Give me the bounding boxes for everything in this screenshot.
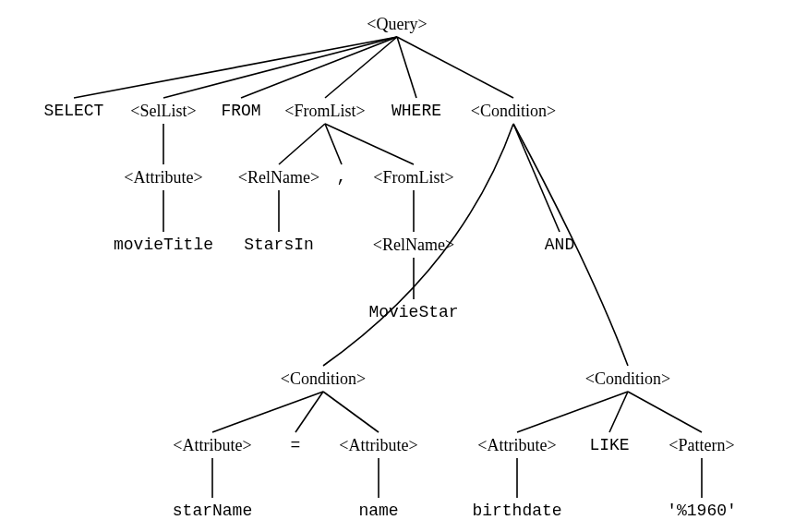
node-attr2: <Attribute>	[173, 436, 251, 455]
tree-edge	[279, 124, 325, 164]
tree-edge	[397, 37, 513, 98]
tree-edge	[513, 124, 560, 232]
node-pattern: <Pattern>	[669, 436, 734, 455]
node-like: LIKE	[589, 436, 629, 454]
node-fromlist1: <FromList>	[284, 102, 365, 121]
node-from: FROM	[221, 102, 260, 120]
node-attr4: <Attribute>	[477, 436, 556, 455]
node-patlit: '%1960'	[667, 502, 737, 520]
tree-edge	[517, 392, 628, 432]
tree-edge	[628, 392, 702, 432]
tree-edge	[325, 124, 414, 164]
node-condition2: <Condition>	[585, 369, 670, 389]
node-attr3: <Attribute>	[339, 436, 417, 455]
node-comma: ,	[337, 168, 347, 187]
node-where: WHERE	[391, 102, 441, 120]
node-query: <Query>	[367, 15, 427, 34]
tree-edge	[212, 392, 323, 432]
node-movieTitle: movieTitle	[114, 236, 213, 254]
node-condition1: <Condition>	[281, 369, 366, 389]
node-fromlist2: <FromList>	[373, 168, 453, 187]
node-relname1: <RelName>	[238, 168, 319, 187]
tree-edge	[74, 37, 397, 98]
node-condition0: <Condition>	[471, 102, 556, 121]
tree-edge	[323, 392, 379, 432]
node-sellist: <SelList>	[130, 102, 196, 121]
node-birthdate: birthdate	[472, 502, 561, 520]
node-attr1: <Attribute>	[124, 168, 202, 187]
node-eq: =	[291, 436, 301, 454]
node-starsIn: StarsIn	[244, 236, 314, 254]
node-and: AND	[545, 236, 574, 254]
node-select: SELECT	[44, 102, 104, 120]
node-moviestar: MovieStar	[368, 303, 458, 321]
node-name: name	[358, 502, 398, 520]
node-starName: starName	[173, 502, 252, 520]
tree-edge	[295, 392, 323, 432]
node-relname2: <RelName>	[373, 236, 454, 255]
tree-edge	[241, 37, 397, 98]
